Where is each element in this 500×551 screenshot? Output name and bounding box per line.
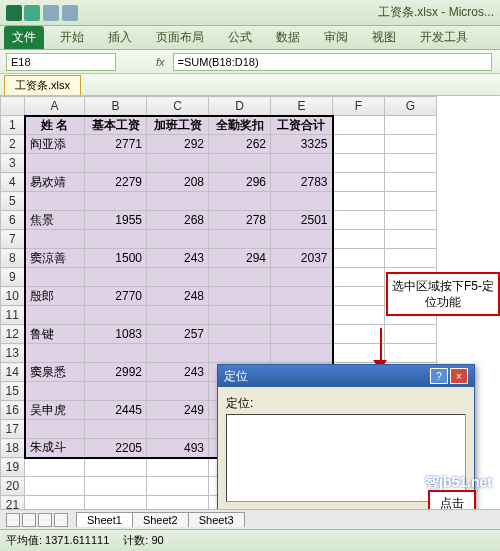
cell[interactable] [333, 173, 385, 192]
cell[interactable] [25, 230, 85, 249]
cell[interactable] [147, 382, 209, 401]
cell[interactable] [85, 306, 147, 325]
first-sheet-icon[interactable] [6, 513, 20, 527]
cell[interactable]: 2501 [271, 211, 333, 230]
cell[interactable]: 全勤奖扣 [209, 116, 271, 135]
cell[interactable] [271, 192, 333, 211]
formula-bar[interactable]: =SUM(B18:D18) [173, 53, 492, 71]
fx-icon[interactable]: fx [156, 56, 165, 68]
sheet-tab-1[interactable]: Sheet1 [76, 512, 133, 527]
row-header[interactable]: 3 [1, 154, 25, 173]
cell[interactable]: 姓 名 [25, 116, 85, 135]
cell[interactable] [271, 287, 333, 306]
cell[interactable] [271, 230, 333, 249]
row-header[interactable]: 19 [1, 458, 25, 477]
cell[interactable] [147, 268, 209, 287]
cell[interactable] [385, 135, 437, 154]
undo-icon[interactable] [43, 5, 59, 21]
cell[interactable] [271, 154, 333, 173]
cell[interactable] [209, 344, 271, 363]
cell[interactable] [385, 211, 437, 230]
cell[interactable] [85, 192, 147, 211]
row-header[interactable]: 14 [1, 363, 25, 382]
cell[interactable]: 208 [147, 173, 209, 192]
cell[interactable] [85, 344, 147, 363]
save-icon[interactable] [24, 5, 40, 21]
cell[interactable]: 2783 [271, 173, 333, 192]
cell[interactable] [25, 268, 85, 287]
cell[interactable] [271, 344, 333, 363]
row-header[interactable]: 13 [1, 344, 25, 363]
cell[interactable]: 243 [147, 363, 209, 382]
tab-view[interactable]: 视图 [364, 26, 404, 49]
cell[interactable] [85, 382, 147, 401]
cell[interactable] [147, 420, 209, 439]
col-header-e[interactable]: E [271, 97, 333, 116]
cell[interactable] [385, 173, 437, 192]
cell[interactable]: 278 [209, 211, 271, 230]
cell[interactable]: 朱成斗 [25, 439, 85, 458]
cell[interactable]: 249 [147, 401, 209, 420]
cell[interactable] [85, 154, 147, 173]
next-sheet-icon[interactable] [38, 513, 52, 527]
cell[interactable] [85, 420, 147, 439]
cell[interactable]: 加班工资 [147, 116, 209, 135]
cell[interactable] [85, 268, 147, 287]
cell[interactable]: 基本工资 [85, 116, 147, 135]
cell[interactable]: 3325 [271, 135, 333, 154]
cell[interactable]: 248 [147, 287, 209, 306]
cell[interactable] [333, 154, 385, 173]
cell[interactable]: 294 [209, 249, 271, 268]
workbook-tab[interactable]: 工资条.xlsx [4, 75, 81, 95]
row-header[interactable]: 5 [1, 192, 25, 211]
row-header[interactable]: 6 [1, 211, 25, 230]
cell[interactable]: 2770 [85, 287, 147, 306]
cell[interactable]: 2205 [85, 439, 147, 458]
cell[interactable] [333, 268, 385, 287]
close-icon[interactable]: × [450, 368, 468, 384]
prev-sheet-icon[interactable] [22, 513, 36, 527]
row-header[interactable]: 9 [1, 268, 25, 287]
help-icon[interactable]: ? [430, 368, 448, 384]
cell[interactable] [209, 154, 271, 173]
row-header[interactable]: 8 [1, 249, 25, 268]
cell[interactable]: 2771 [85, 135, 147, 154]
row-header[interactable]: 10 [1, 287, 25, 306]
cell[interactable]: 阎亚添 [25, 135, 85, 154]
cell[interactable] [209, 268, 271, 287]
cell[interactable] [25, 192, 85, 211]
cell[interactable] [209, 230, 271, 249]
sheet-tab-2[interactable]: Sheet2 [132, 512, 189, 527]
cell[interactable] [147, 306, 209, 325]
col-header-d[interactable]: D [209, 97, 271, 116]
cell[interactable] [271, 325, 333, 344]
cell[interactable] [25, 306, 85, 325]
tab-insert[interactable]: 插入 [100, 26, 140, 49]
row-header[interactable]: 4 [1, 173, 25, 192]
row-header[interactable]: 11 [1, 306, 25, 325]
cell[interactable]: 296 [209, 173, 271, 192]
cell[interactable]: 2037 [271, 249, 333, 268]
cell[interactable] [147, 154, 209, 173]
row-header[interactable]: 17 [1, 420, 25, 439]
sheet-tab-3[interactable]: Sheet3 [188, 512, 245, 527]
cell[interactable] [25, 420, 85, 439]
cell[interactable] [333, 249, 385, 268]
cell[interactable] [85, 477, 147, 496]
col-header-a[interactable]: A [25, 97, 85, 116]
row-header[interactable]: 1 [1, 116, 25, 135]
cell[interactable] [147, 458, 209, 477]
cell[interactable] [147, 344, 209, 363]
tab-formulas[interactable]: 公式 [220, 26, 260, 49]
dialog-titlebar[interactable]: 定位 ? × [218, 365, 474, 387]
cell[interactable] [209, 287, 271, 306]
cell[interactable] [333, 306, 385, 325]
col-header-f[interactable]: F [333, 97, 385, 116]
cell[interactable] [25, 382, 85, 401]
cell[interactable] [25, 477, 85, 496]
cell[interactable] [147, 192, 209, 211]
cell[interactable] [333, 135, 385, 154]
cell[interactable]: 2279 [85, 173, 147, 192]
last-sheet-icon[interactable] [54, 513, 68, 527]
cell[interactable] [385, 192, 437, 211]
